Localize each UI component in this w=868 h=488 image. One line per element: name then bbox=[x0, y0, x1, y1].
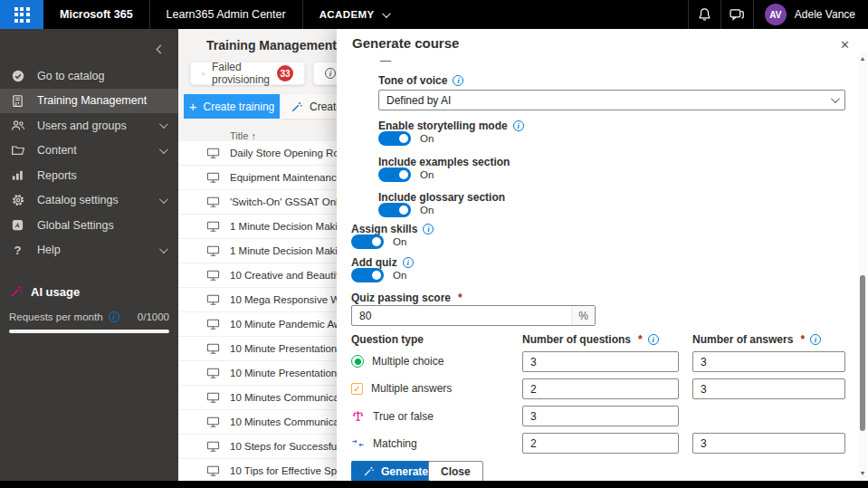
assign-skills-toggle[interactable]: On bbox=[351, 234, 406, 249]
toggle-on-icon[interactable] bbox=[351, 268, 384, 282]
sidebar-item-global-settings[interactable]: Global Settings bbox=[0, 213, 178, 238]
failed-provisioning-button[interactable]: Failed provisioning 33 bbox=[190, 62, 305, 85]
sidebar-item-label: Content bbox=[37, 144, 148, 157]
info-icon[interactable]: i bbox=[648, 334, 659, 345]
sidebar-item-label: Users and groups bbox=[37, 120, 148, 132]
close-button[interactable]: Close bbox=[428, 461, 483, 482]
sidebar-item-label: Catalog settings bbox=[37, 194, 148, 206]
user-name: Adele Vance bbox=[795, 8, 855, 21]
toggle-on-icon[interactable] bbox=[378, 167, 411, 182]
add-quiz-toggle[interactable]: On bbox=[351, 268, 406, 282]
chat-icon bbox=[729, 6, 745, 23]
multiple-choice-answers-input[interactable] bbox=[692, 351, 845, 372]
brand-microsoft-365[interactable]: Microsoft 365 bbox=[43, 0, 150, 29]
sidebar-item-help[interactable]: ? Help bbox=[0, 238, 178, 263]
tone-of-voice-dropdown[interactable]: Defined by AI bbox=[378, 90, 845, 110]
multiple-answers-answers-input[interactable] bbox=[692, 378, 845, 399]
account-menu[interactable]: AV Adele Vance bbox=[753, 0, 868, 29]
assign-skills-label: Assign skills i bbox=[351, 223, 434, 235]
notifications-button[interactable] bbox=[688, 0, 720, 29]
scrollbar-thumb[interactable] bbox=[860, 275, 865, 431]
sidebar-item-users-and-groups[interactable]: Users and groups bbox=[0, 113, 178, 139]
questions-count-field bbox=[522, 433, 679, 454]
panel-scrollbar[interactable]: ▲ ▼ bbox=[858, 53, 867, 478]
monitor-icon bbox=[206, 220, 220, 234]
help-icon: ? bbox=[10, 243, 25, 258]
waffle-icon bbox=[14, 7, 30, 23]
sidebar-item-catalog-settings[interactable]: Catalog settings bbox=[0, 188, 178, 214]
info-icon[interactable]: i bbox=[810, 334, 821, 345]
create-training-label: Create training bbox=[204, 100, 275, 113]
scroll-down-icon[interactable]: ▼ bbox=[858, 467, 867, 478]
glossary-section-toggle[interactable]: On bbox=[378, 203, 434, 217]
sort-ascending-icon: ↑ bbox=[251, 130, 256, 141]
app-launcher-button[interactable] bbox=[0, 0, 43, 29]
quiz-passing-score-field: % bbox=[351, 305, 596, 326]
info-icon: i bbox=[325, 68, 336, 79]
failed-provisioning-label: Failed provisioning bbox=[212, 61, 270, 86]
info-icon[interactable]: i bbox=[403, 257, 414, 268]
storytelling-mode-label: Enable storytelling mode i bbox=[378, 120, 524, 132]
sad-face-icon bbox=[202, 67, 205, 81]
sidebar: Go to catalog Training Management Users … bbox=[0, 29, 178, 481]
questions-count-field bbox=[522, 378, 679, 399]
sidebar-nav: Go to catalog Training Management Users … bbox=[0, 63, 178, 263]
toggle-on-icon[interactable] bbox=[378, 203, 411, 217]
folder-icon bbox=[10, 143, 25, 158]
requests-per-month-label: Requests per month bbox=[9, 311, 103, 322]
matching-questions-input[interactable] bbox=[522, 433, 679, 454]
percent-suffix: % bbox=[571, 306, 595, 325]
generate-button[interactable]: Generate bbox=[351, 461, 440, 482]
admin-center-title[interactable]: Learn365 Admin Center bbox=[150, 0, 303, 29]
scroll-up-icon[interactable]: ▲ bbox=[858, 53, 867, 63]
matching-answers-input[interactable] bbox=[692, 433, 845, 454]
global-settings-app-icon bbox=[10, 217, 25, 233]
chevron-left-icon bbox=[157, 45, 166, 54]
radio-icon bbox=[351, 355, 364, 368]
examples-section-label: Include examples section bbox=[378, 156, 510, 168]
feedback-button[interactable] bbox=[720, 0, 753, 29]
requests-per-month-value: 0/1000 bbox=[138, 311, 169, 322]
chevron-down-icon bbox=[382, 9, 391, 18]
multiple-answers-questions-input[interactable] bbox=[522, 378, 679, 399]
close-icon[interactable]: ✕ bbox=[835, 34, 855, 55]
magic-wand-icon bbox=[363, 465, 375, 477]
toggle-on-icon[interactable] bbox=[378, 131, 411, 146]
question-type-multiple-answers: ✓ Multiple answers bbox=[351, 382, 452, 395]
info-icon[interactable]: i bbox=[109, 311, 119, 322]
course-title: 1 Minute Decision Making bbox=[230, 221, 349, 232]
multiple-choice-questions-input[interactable] bbox=[522, 351, 679, 372]
storytelling-mode-toggle[interactable]: On bbox=[378, 131, 434, 146]
bell-icon bbox=[697, 7, 712, 23]
required-asterisk: * bbox=[458, 292, 463, 304]
matching-arrows-icon bbox=[351, 436, 365, 450]
toggle-on-icon[interactable] bbox=[351, 234, 384, 249]
plus-icon: + bbox=[189, 100, 197, 113]
training-management-icon bbox=[10, 93, 25, 109]
quiz-passing-score-input[interactable] bbox=[352, 310, 571, 322]
tenant-switcher[interactable]: ACADEMY bbox=[303, 0, 405, 29]
info-icon[interactable]: i bbox=[513, 120, 524, 131]
true-or-false-questions-input[interactable] bbox=[522, 406, 679, 426]
scale-icon bbox=[351, 409, 365, 423]
sidebar-item-label: Global Settings bbox=[37, 219, 167, 232]
required-asterisk: * bbox=[638, 333, 643, 346]
ai-usage-section: AI usage Requests per month i 0/1000 bbox=[0, 284, 178, 333]
create-training-button[interactable]: + Create training bbox=[184, 94, 280, 119]
questions-count-field bbox=[522, 351, 679, 372]
question-type-header: Question type bbox=[351, 333, 424, 346]
sidebar-item-content[interactable]: Content bbox=[0, 139, 178, 164]
app-root: Microsoft 365 Learn365 Admin Center ACAD… bbox=[0, 0, 868, 488]
sidebar-collapse-button[interactable] bbox=[154, 36, 167, 60]
sidebar-item-reports[interactable]: Reports bbox=[0, 163, 178, 188]
tone-of-voice-value: Defined by AI bbox=[386, 94, 451, 107]
answers-count-field bbox=[692, 378, 845, 399]
examples-section-toggle[interactable]: On bbox=[378, 167, 434, 182]
panel-title: Generate course bbox=[352, 35, 459, 51]
info-icon[interactable]: i bbox=[423, 224, 434, 234]
sidebar-item-go-to-catalog[interactable]: Go to catalog bbox=[0, 63, 178, 89]
gear-icon bbox=[10, 193, 25, 208]
sidebar-item-training-management[interactable]: Training Management bbox=[0, 89, 178, 114]
info-icon[interactable]: i bbox=[453, 75, 463, 86]
bottom-strip bbox=[0, 481, 868, 488]
